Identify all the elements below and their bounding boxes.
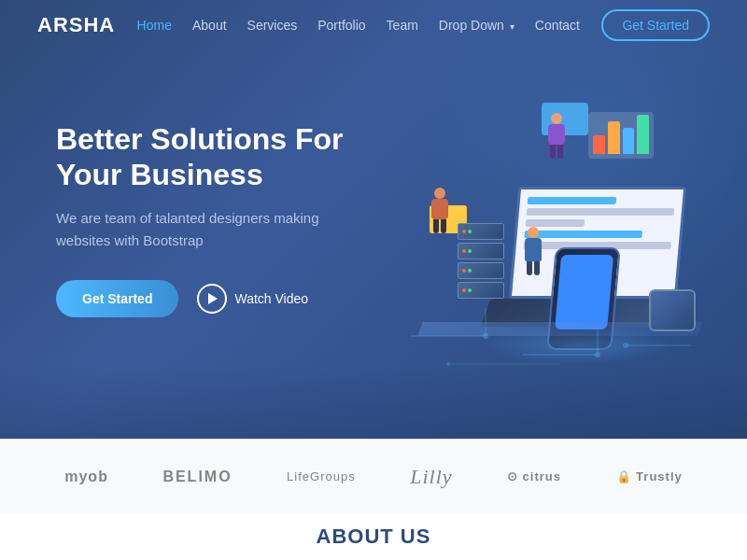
nav-link-team[interactable]: Team	[387, 18, 418, 33]
screen-bar-1	[528, 197, 616, 204]
person-legs-1	[527, 261, 540, 275]
server-unit-3	[458, 262, 504, 279]
brand-myob: myob	[64, 469, 108, 485]
nav-link-services[interactable]: Services	[247, 18, 298, 33]
nav-link-home[interactable]: Home	[137, 18, 172, 33]
brand-lilly: Lilly	[410, 465, 452, 489]
watch-video-label: Watch Video	[234, 291, 308, 306]
person-figure-3	[548, 113, 565, 159]
nav-item-about[interactable]: About	[192, 17, 227, 34]
person-body-3	[548, 124, 565, 145]
server-stack	[458, 223, 504, 299]
person-head-2	[434, 188, 445, 199]
brand-trustly: 🔒 Trustly	[616, 469, 683, 483]
server-unit-1	[458, 223, 504, 240]
hero-illustration	[355, 47, 747, 420]
chevron-down-icon: ▾	[510, 21, 514, 32]
brand-lifegroups: LifeGroups	[287, 469, 356, 483]
screen-bar-4	[524, 231, 642, 238]
person-leg-1a	[527, 261, 532, 275]
iso-scene	[355, 47, 747, 420]
device-box	[649, 289, 696, 331]
brand-belimo: BELIMO	[162, 469, 232, 485]
svg-point-9	[623, 343, 628, 348]
get-started-button[interactable]: Get Started	[56, 280, 178, 317]
person-leg-3a	[550, 145, 556, 159]
server-dot-green	[468, 230, 472, 233]
play-icon	[197, 284, 227, 314]
hero-section: Better Solutions For Your Business We ar…	[0, 0, 747, 439]
person-leg-3b	[557, 145, 563, 159]
nav-item-dropdown[interactable]: Drop Down ▾	[439, 17, 514, 34]
server-unit-2	[458, 243, 504, 259]
nav-item-team[interactable]: Team	[387, 17, 418, 34]
nav-links: Home About Services Portfolio Team Drop …	[137, 17, 580, 34]
chart-bar-4	[637, 115, 649, 154]
screen-bar-2	[527, 208, 675, 216]
hero-content: Better Solutions For Your Business We ar…	[0, 121, 355, 318]
chart-bar-3	[623, 128, 635, 154]
about-title: ABOUT US	[317, 525, 431, 549]
nav-link-about[interactable]: About	[192, 18, 227, 33]
person-head-3	[551, 113, 562, 124]
person-leg-1b	[534, 261, 540, 275]
nav-link-contact[interactable]: Contact	[535, 18, 580, 33]
nav-link-portfolio[interactable]: Portfolio	[317, 18, 365, 33]
hero-subtitle: We are team of talanted designers making…	[56, 207, 355, 252]
watch-video-button[interactable]: Watch Video	[197, 284, 308, 314]
about-section: ABOUT US	[0, 513, 747, 560]
hero-title: Better Solutions For Your Business	[56, 121, 355, 193]
nav-link-dropdown[interactable]: Drop Down ▾	[439, 18, 514, 33]
person-legs-3	[550, 145, 563, 159]
chart-bar-2	[608, 121, 620, 154]
server-dot-green-3	[468, 269, 472, 273]
person-figure-1	[525, 227, 542, 275]
person-head-1	[528, 227, 539, 238]
nav-item-services[interactable]: Services	[247, 17, 298, 34]
server-dot-red	[462, 230, 466, 233]
person-body-2	[431, 199, 448, 219]
play-triangle	[208, 293, 218, 304]
person-body-1	[525, 238, 542, 261]
svg-point-5	[595, 352, 600, 357]
server-dot-green-2	[468, 249, 472, 253]
svg-point-2	[483, 333, 488, 339]
server-dot-red-3	[462, 269, 466, 273]
nav-item-portfolio[interactable]: Portfolio	[317, 17, 365, 34]
person-leg-2b	[441, 219, 446, 233]
chart-bar-1	[593, 135, 605, 154]
server-dot-red-2	[462, 249, 466, 253]
hero-buttons: Get Started Watch Video	[56, 280, 355, 317]
nav-item-home[interactable]: Home	[137, 17, 172, 34]
svg-point-7	[446, 362, 450, 366]
person-legs-2	[433, 219, 446, 233]
nav-cta-button[interactable]: Get Started	[601, 9, 710, 41]
brands-bar: myob BELIMO LifeGroups Lilly ⊙ citrus 🔒 …	[0, 439, 747, 513]
chart-box	[588, 112, 654, 159]
person-figure-2	[431, 188, 448, 233]
navbar: ARSHA Home About Services Portfolio Team…	[0, 0, 747, 50]
brand-citrus: ⊙ citrus	[507, 469, 561, 483]
person-leg-2a	[433, 219, 439, 233]
nav-item-contact[interactable]: Contact	[535, 17, 580, 34]
logo[interactable]: ARSHA	[37, 13, 115, 37]
screen-bar-3	[525, 219, 585, 227]
